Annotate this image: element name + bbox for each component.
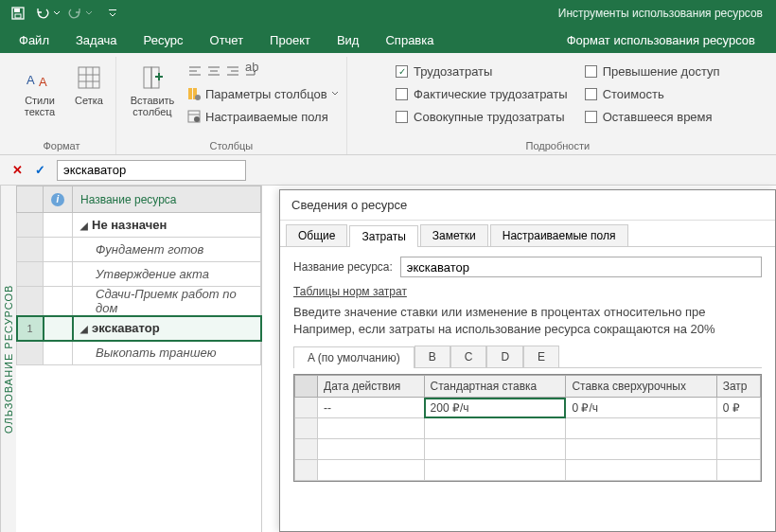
svg-text:ab: ab xyxy=(245,62,258,74)
col-header-name[interactable]: Название ресурса xyxy=(73,186,261,213)
dlg-tab-costs[interactable]: Затраты xyxy=(349,225,417,247)
chk-work[interactable]: ✓Трудозатраты xyxy=(396,61,568,81)
row-name[interactable]: Утверждение акта xyxy=(73,262,261,287)
row-name[interactable]: Сдачи-Приемк работ по дом xyxy=(73,287,261,316)
info-icon: i xyxy=(51,193,64,206)
row-index[interactable]: 1 xyxy=(17,316,44,341)
row-index[interactable] xyxy=(17,341,44,365)
rate-col-date[interactable]: Дата действия xyxy=(318,376,425,398)
row-name[interactable]: ◢экскаватор xyxy=(73,316,261,341)
rate-cell-date[interactable]: -- xyxy=(318,398,425,418)
col-header-info[interactable]: i xyxy=(44,186,73,213)
grid-row[interactable]: 1◢экскаватор xyxy=(17,316,261,341)
row-name[interactable]: Фундамент готов xyxy=(73,238,261,262)
resource-grid[interactable]: i Название ресурса ◢Не назначенФундамент… xyxy=(16,186,262,532)
wrap-text-button[interactable]: ab xyxy=(243,61,260,81)
row-index[interactable] xyxy=(17,287,44,316)
align-right-button[interactable] xyxy=(224,61,241,81)
rate-col-per[interactable]: Затр xyxy=(716,376,760,398)
row-name[interactable]: ◢Не назначен xyxy=(73,213,261,238)
rate-tab-a[interactable]: A (по умолчанию) xyxy=(293,346,414,368)
row-info[interactable] xyxy=(44,262,73,287)
custom-fields-label: Настраиваемые поля xyxy=(205,110,328,124)
rate-cell-std[interactable]: 200 ₽/ч xyxy=(424,398,566,418)
grid-row[interactable]: ◢Не назначен xyxy=(17,213,261,238)
cancel-edit-icon[interactable]: ✕ xyxy=(8,163,26,177)
tab-view[interactable]: Вид xyxy=(324,27,373,53)
rate-cell-ovt[interactable]: 0 ₽/ч xyxy=(566,398,716,418)
chk-remaining-label: Оставшееся время xyxy=(603,110,713,124)
grid-row[interactable]: Утверждение акта xyxy=(17,262,261,287)
undo-dropdown-icon[interactable] xyxy=(51,1,62,26)
rate-corner[interactable] xyxy=(295,376,318,398)
svg-text:A: A xyxy=(39,75,47,89)
row-index[interactable] xyxy=(17,213,44,238)
tab-help[interactable]: Справка xyxy=(372,27,447,53)
save-icon[interactable] xyxy=(6,1,30,26)
rate-tab-c[interactable]: C xyxy=(450,346,487,367)
column-settings-button[interactable]: Параметры столбцов xyxy=(186,83,339,104)
row-info[interactable] xyxy=(44,341,73,365)
row-info[interactable] xyxy=(44,316,73,341)
row-index[interactable] xyxy=(17,262,44,287)
text-styles-button[interactable]: AA Стили текста xyxy=(15,61,64,119)
svg-rect-6 xyxy=(79,67,99,88)
checkbox-checked-icon: ✓ xyxy=(396,65,408,78)
tab-file[interactable]: Файл xyxy=(6,27,62,53)
gridlines-button[interactable]: Сетка xyxy=(70,61,108,108)
custom-fields-button[interactable]: Настраиваемые поля xyxy=(186,106,339,127)
tab-format[interactable]: Формат использования ресурсов xyxy=(552,27,770,53)
tab-report[interactable]: Отчет xyxy=(197,27,257,53)
text-styles-icon: AA xyxy=(25,62,55,93)
custom-fields-icon xyxy=(186,109,202,124)
svg-rect-3 xyxy=(109,9,116,10)
col-header-index[interactable] xyxy=(17,186,44,213)
redo-dropdown-icon[interactable] xyxy=(83,1,95,26)
rate-tab-e[interactable]: E xyxy=(523,346,559,367)
chk-cost[interactable]: Стоимость xyxy=(585,83,720,104)
dlg-tab-general[interactable]: Общие xyxy=(286,224,347,246)
dlg-tab-notes[interactable]: Заметки xyxy=(420,224,488,246)
grid-row[interactable]: Выкопать траншею xyxy=(17,341,261,365)
rate-col-std[interactable]: Стандартная ставка xyxy=(424,376,566,398)
row-name[interactable]: Выкопать траншею xyxy=(73,341,261,365)
qat-customize-icon[interactable] xyxy=(100,1,125,26)
insert-column-button[interactable]: Вставить столбец xyxy=(124,61,181,119)
rate-tab-b[interactable]: B xyxy=(414,346,450,367)
row-index[interactable] xyxy=(17,238,44,262)
row-info[interactable] xyxy=(44,213,73,238)
rate-tables-label: Таблицы норм затрат xyxy=(293,285,762,298)
tab-resource[interactable]: Ресурс xyxy=(131,27,197,53)
row-info[interactable] xyxy=(44,238,73,262)
tab-project[interactable]: Проект xyxy=(256,27,324,53)
chk-overalloc[interactable]: Превышение доступ xyxy=(585,61,720,81)
row-info[interactable] xyxy=(44,287,73,316)
entry-bar-input[interactable] xyxy=(57,160,246,181)
svg-rect-2 xyxy=(15,14,21,18)
chk-cumulative[interactable]: Совокупные трудозатраты xyxy=(396,106,568,127)
gridlines-label: Сетка xyxy=(75,95,103,106)
chk-remaining[interactable]: Оставшееся время xyxy=(585,106,720,127)
resource-name-label: Название ресурса: xyxy=(293,260,393,274)
checkbox-icon xyxy=(585,111,597,123)
checkbox-icon xyxy=(585,65,597,78)
text-styles-label: Стили текста xyxy=(17,95,62,117)
resource-name-input[interactable] xyxy=(400,257,762,277)
rate-tab-d[interactable]: D xyxy=(486,346,523,367)
dlg-tab-custom[interactable]: Настраиваемые поля xyxy=(490,224,628,246)
checkbox-icon xyxy=(585,88,597,100)
rate-cell-per[interactable]: 0 ₽ xyxy=(716,398,760,418)
grid-row[interactable]: Сдачи-Приемк работ по дом xyxy=(17,287,261,316)
contextual-tab-title: Инструменты использования ресурсов xyxy=(558,7,770,20)
group-details-label: Подробности xyxy=(526,137,591,154)
chk-actual[interactable]: Фактические трудозатраты xyxy=(396,83,568,104)
grid-row[interactable]: Фундамент готов xyxy=(17,238,261,262)
align-left-button[interactable] xyxy=(186,61,203,81)
rate-table[interactable]: Дата действия Стандартная ставка Ставка … xyxy=(293,374,762,482)
rate-col-ovt[interactable]: Ставка сверхурочных xyxy=(566,376,716,398)
view-title-vertical: ОЛЬЗОВАНИЕ РЕСУРСОВ xyxy=(0,186,16,532)
rate-rowhdr[interactable] xyxy=(295,398,318,418)
align-center-button[interactable] xyxy=(205,61,222,81)
confirm-edit-icon[interactable]: ✓ xyxy=(30,163,49,177)
tab-task[interactable]: Задача xyxy=(62,27,131,53)
